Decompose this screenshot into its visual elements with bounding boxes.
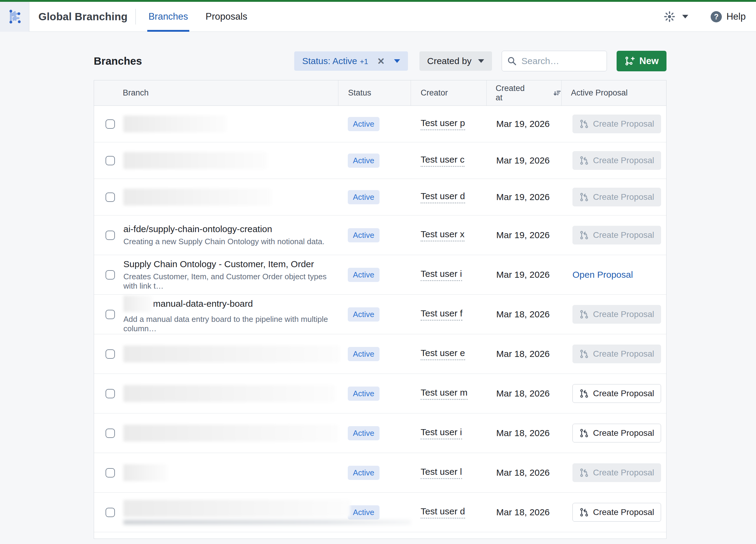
branch-name[interactable]: ai-fde/supply-chain-ontology-creation — [123, 224, 272, 234]
redacted-branch-name — [123, 385, 335, 402]
create-proposal-button[interactable]: Create Proposal — [572, 344, 661, 363]
theme-caret-icon[interactable] — [682, 15, 688, 18]
open-proposal-link[interactable]: Open Proposal — [572, 270, 633, 280]
table-header: Branch Status Creator Created at Active … — [94, 80, 666, 106]
creator-name[interactable]: Test user d — [421, 191, 465, 204]
merge-branch-icon — [579, 156, 589, 165]
created-at-value: Mar 18, 2026 — [496, 428, 550, 438]
status-badge: Active — [348, 268, 380, 282]
row-checkbox[interactable] — [106, 270, 115, 279]
column-header-status[interactable]: Status — [338, 80, 411, 106]
create-proposal-label: Create Proposal — [593, 156, 654, 165]
main-content: Branches Status: Active +1 ✕ Created by — [0, 51, 756, 539]
create-proposal-button[interactable]: Create Proposal — [572, 384, 661, 403]
creator-name[interactable]: Test user f — [421, 308, 462, 321]
redacted-branch-description — [123, 520, 411, 525]
create-proposal-label: Create Proposal — [593, 507, 654, 517]
close-icon[interactable]: ✕ — [377, 56, 385, 67]
create-proposal-button[interactable]: Create Proposal — [572, 151, 661, 170]
new-branch-icon — [624, 56, 635, 66]
partial-next-row — [94, 532, 666, 539]
status-badge: Active — [348, 117, 380, 131]
row-checkbox[interactable] — [106, 310, 115, 319]
table-body: Active Test user p Mar 19, 2026 Create P… — [94, 106, 666, 532]
search-input[interactable] — [521, 56, 597, 66]
table-row: Active Test user e Mar 18, 2026 Create P… — [94, 334, 666, 374]
branch-name[interactable]: Supply Chain Ontology - Customer, Item, … — [123, 259, 314, 269]
sort-descending-icon[interactable] — [553, 89, 561, 98]
status-filter-chip[interactable]: Status: Active +1 ✕ — [294, 51, 408, 71]
create-proposal-label: Create Proposal — [593, 468, 654, 477]
new-branch-button[interactable]: New — [617, 51, 666, 71]
status-badge: Active — [348, 386, 380, 401]
row-checkbox[interactable] — [106, 508, 115, 517]
status-badge: Active — [348, 426, 380, 440]
row-checkbox[interactable] — [106, 231, 115, 240]
created-at-value: Mar 18, 2026 — [496, 309, 550, 319]
chevron-down-icon[interactable] — [394, 59, 400, 63]
row-checkbox[interactable] — [106, 389, 115, 398]
created-at-value: Mar 18, 2026 — [496, 467, 550, 478]
create-proposal-button[interactable]: Create Proposal — [572, 305, 661, 324]
creator-name[interactable]: Test user m — [421, 387, 468, 400]
table-row: Active Test user l Mar 18, 2026 Create P… — [94, 453, 666, 493]
row-checkbox[interactable] — [106, 428, 115, 438]
created-by-label: Created by — [427, 56, 472, 66]
header-tabs: Branches Proposals — [148, 2, 265, 32]
create-proposal-button[interactable]: Create Proposal — [572, 424, 661, 442]
tab-branches[interactable]: Branches — [148, 2, 188, 32]
branch-name[interactable]: manual-data-entry-board — [153, 298, 253, 309]
creator-name[interactable]: Test user l — [421, 467, 462, 479]
table-row: Active Test user d Mar 18, 2026 Create P… — [94, 493, 666, 532]
branches-table: Branch Status Creator Created at Active … — [94, 80, 666, 539]
creator-name[interactable]: Test user i — [421, 427, 462, 439]
help-label[interactable]: Help — [726, 11, 746, 22]
creator-name[interactable]: Test user c — [421, 155, 464, 167]
creator-name[interactable]: Test user e — [421, 348, 465, 360]
sun-icon[interactable] — [663, 11, 676, 23]
creator-name[interactable]: Test user p — [421, 118, 465, 130]
row-checkbox[interactable] — [106, 468, 115, 477]
created-by-filter[interactable]: Created by — [419, 51, 492, 71]
table-row: Active Test user p Mar 19, 2026 Create P… — [94, 106, 666, 142]
create-proposal-label: Create Proposal — [593, 192, 654, 202]
help-icon[interactable]: ? — [711, 11, 722, 22]
merge-branch-icon — [579, 468, 589, 477]
redacted-branch-name — [123, 189, 272, 206]
search-box[interactable] — [502, 51, 607, 71]
tab-proposals[interactable]: Proposals — [206, 2, 247, 32]
created-at-value: Mar 18, 2026 — [496, 388, 550, 399]
table-row: manual-data-entry-board Add a manual dat… — [94, 295, 666, 334]
create-proposal-button[interactable]: Create Proposal — [572, 463, 661, 482]
app-logo[interactable] — [0, 2, 29, 32]
row-checkbox[interactable] — [106, 349, 115, 359]
created-at-value: Mar 19, 2026 — [496, 192, 550, 202]
create-proposal-button[interactable]: Create Proposal — [572, 503, 661, 522]
redacted-branch-name — [123, 500, 350, 517]
create-proposal-label: Create Proposal — [593, 389, 654, 398]
creator-name[interactable]: Test user i — [421, 269, 462, 281]
column-header-branch[interactable]: Branch — [94, 80, 338, 106]
create-proposal-button[interactable]: Create Proposal — [572, 226, 661, 245]
status-filter-label: Status: Active — [302, 56, 357, 66]
row-checkbox[interactable] — [106, 119, 115, 129]
column-header-creator[interactable]: Creator — [411, 80, 487, 106]
creator-name[interactable]: Test user x — [421, 229, 464, 242]
redacted-branch-prefix — [123, 295, 152, 312]
redacted-branch-name — [123, 116, 226, 132]
status-badge: Active — [348, 347, 380, 361]
row-checkbox[interactable] — [106, 193, 115, 202]
row-checkbox[interactable] — [106, 156, 115, 165]
merge-branch-icon — [579, 309, 589, 319]
status-badge: Active — [348, 228, 380, 243]
toolbar: Branches Status: Active +1 ✕ Created by — [94, 51, 666, 72]
status-badge: Active — [348, 505, 380, 520]
branching-logo-icon — [6, 8, 23, 25]
table-row: Active Test user i Mar 18, 2026 Create P… — [94, 413, 666, 453]
create-proposal-button[interactable]: Create Proposal — [572, 115, 661, 133]
create-proposal-label: Create Proposal — [593, 119, 654, 129]
create-proposal-button[interactable]: Create Proposal — [572, 188, 661, 207]
branch-description: Creates Customer, Item, and Customer Ord… — [123, 272, 338, 291]
creator-name[interactable]: Test user d — [421, 506, 465, 519]
column-header-created-at[interactable]: Created at — [487, 80, 562, 106]
